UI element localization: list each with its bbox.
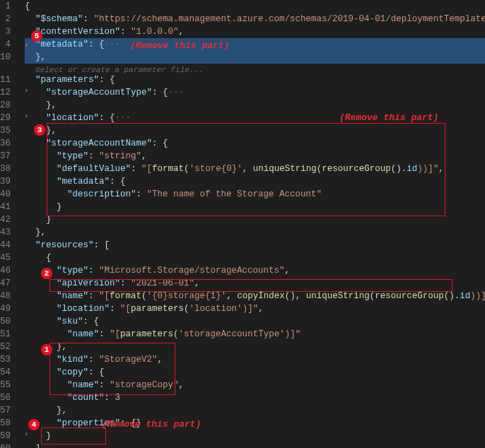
code-line[interactable]: }, [25, 341, 485, 353]
code-line[interactable]: "defaultValue": "[format('store{0}', uni… [25, 163, 485, 175]
code-line[interactable]: "count": 3 [25, 391, 485, 404]
code-line[interactable]: "storageAccountType": {··· [25, 86, 485, 99]
fold-chevron-icon[interactable]: › [24, 39, 29, 52]
code-line[interactable]: "location": {··· [25, 112, 485, 124]
code-editor[interactable]: 1 2 3 4 10 11 12 28 29 35 36 37 38 39 40… [0, 0, 485, 448]
code-line[interactable]: { [25, 252, 485, 264]
code-line[interactable]: "apiVersion": "2021-06-01", [25, 277, 485, 290]
line-number-gutter: 1 2 3 4 10 11 12 28 29 35 36 37 38 39 40… [0, 0, 15, 448]
code-line[interactable]: ], [25, 442, 485, 448]
code-line[interactable]: }, [25, 51, 485, 64]
fold-chevron-icon[interactable]: › [24, 84, 29, 97]
code-line[interactable]: }, [25, 226, 485, 239]
code-line[interactable]: "name": "storageCopy", [25, 379, 485, 391]
code-line[interactable]: } [25, 201, 485, 213]
code-line[interactable]: "type": "string", [25, 150, 485, 163]
code-area[interactable]: { "$schema": "https://schema.management.… [15, 0, 485, 448]
code-line[interactable]: "parameters": { [25, 73, 485, 86]
code-line[interactable]: { [25, 0, 485, 13]
fold-chevron-icon[interactable]: › [24, 428, 29, 440]
code-line[interactable]: "properties": {} [25, 417, 485, 430]
code-line[interactable]: "name": "[parameters('storageAccountType… [25, 328, 485, 341]
code-line[interactable]: "$schema": "https://schema.management.az… [25, 13, 485, 25]
code-line[interactable]: "metadata": {··· [25, 38, 485, 51]
inline-hint[interactable]: Select or create a parameter file... [25, 64, 485, 73]
code-line[interactable]: "kind": "StorageV2", [25, 353, 485, 366]
code-line[interactable]: "storageAccountName": { [25, 137, 485, 150]
code-line[interactable]: "copy": { [25, 366, 485, 379]
code-line[interactable]: "metadata": { [25, 175, 485, 188]
fold-chevron-icon[interactable]: › [24, 110, 29, 122]
code-line[interactable]: } [25, 430, 485, 442]
code-line[interactable]: "sku": { [25, 315, 485, 328]
code-line[interactable]: "name": "[format('{0}storage{1}', copyIn… [25, 290, 485, 302]
code-line[interactable]: }, [25, 404, 485, 417]
code-line[interactable]: "location": "[parameters('location')]", [25, 302, 485, 315]
code-line[interactable]: }, [25, 99, 485, 112]
code-line[interactable]: "contentVersion": "1.0.0.0", [25, 25, 485, 38]
code-line[interactable]: } [25, 213, 485, 226]
code-line[interactable]: "type": "Microsoft.Storage/storageAccoun… [25, 264, 485, 277]
code-line[interactable]: "description": "The name of the Storage … [25, 188, 485, 201]
code-line[interactable]: "resources": [ [25, 239, 485, 252]
code-line[interactable]: }, [25, 124, 485, 137]
